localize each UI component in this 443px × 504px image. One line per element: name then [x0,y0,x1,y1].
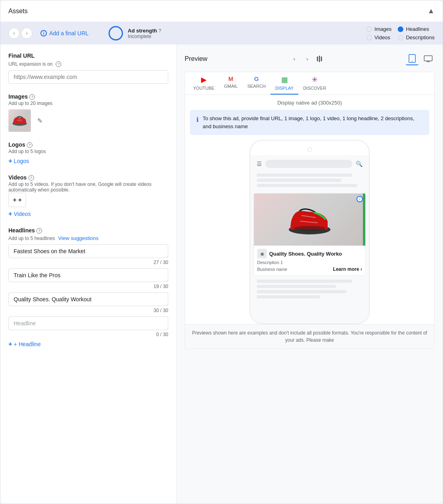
ad-description: Description 1 [257,260,362,265]
ad-strength-help[interactable]: ? [159,28,161,34]
discover-icon: ✳ [312,75,318,84]
headline-1-count: 27 / 30 [8,260,168,265]
final-url-input[interactable] [8,70,168,84]
tab-youtube[interactable]: ▶ YOUTUBE [188,72,219,95]
image-edit-icon[interactable]: ✎ [37,117,42,125]
images-radio [366,26,372,32]
ad-meta: ▣ Quality Shoes. Quality Worko [257,249,362,258]
tab-gmail[interactable]: M GMAIL [219,72,242,95]
ad-strength-label: Ad strength [128,28,157,34]
tab-discover[interactable]: ✳ DISCOVER [298,72,331,95]
nav-prev-button[interactable]: ‹ [8,28,20,39]
headline-1-input[interactable] [8,244,168,258]
content-line-6 [257,290,346,293]
add-videos-label: Videos [14,211,31,217]
stars-icon: ✦✦ [12,196,22,204]
grid-bar-1 [317,56,318,61]
hamburger-icon: ☰ [257,161,262,167]
descriptions-label: Descriptions [406,34,435,40]
display-icon: ▦ [281,75,288,84]
headlines-radio [398,26,403,32]
images-section: Images ? Add up to 20 images [8,93,168,132]
phone-mockup: ☰ 🔍 [250,140,370,324]
preview-note: Previews shown here are examples and don… [185,324,434,349]
videos-section: Videos ? Add up to 5 videos. If you don'… [8,174,168,218]
learn-more-button[interactable]: Learn more › [333,266,362,272]
images-label: Images [375,26,392,32]
headline-4-count: 0 / 30 [8,332,168,337]
add-logos-button[interactable]: + Logos [8,157,29,165]
info-box-text: To show this ad, provide final URL, 1 im… [203,115,423,130]
svg-point-2 [412,61,413,62]
headline-2-input[interactable] [8,268,168,282]
headlines-help-icon[interactable]: ? [36,228,42,234]
headlines-label: Headlines [406,26,429,32]
search-icon: G [254,75,259,82]
add-url-label: Add a final URL [49,30,89,36]
headline-2-count: 19 / 30 [8,284,168,289]
tab-search[interactable]: G SEARCH [242,72,270,95]
svg-point-5 [294,226,326,231]
collapse-icon[interactable]: ▲ [427,7,435,15]
youtube-label: YOUTUBE [193,86,214,91]
headline-3-input[interactable] [8,292,168,306]
videos-help-icon[interactable]: ? [28,175,34,181]
headline-4-wrap [8,317,168,330]
asset-descriptions: Descriptions [398,34,435,40]
url-info-icon: i [40,30,47,36]
final-url-section: Final URL URL expansion is on ? [8,52,168,84]
create-video-button[interactable]: ✦✦ [8,193,26,207]
asset-videos: Videos [366,34,392,40]
add-headline-button[interactable]: + + Headline [8,341,41,348]
ad-strength-circle [109,26,123,40]
desktop-device-icon[interactable] [422,52,435,65]
nav-next-button[interactable]: › [21,28,32,39]
ad-card: i ▣ Quality Shoes. Quality Worko Descrip… [254,193,366,276]
descriptions-radio [398,35,403,40]
search-label: SEARCH [247,84,266,89]
logos-subtitle: Add up to 5 logos [8,149,168,154]
content-line-3 [257,184,357,187]
asset-images: Images [366,26,392,32]
phone-search-icon: 🔍 [356,161,362,167]
headline-2-wrap [8,268,168,282]
content-lines-bottom [254,278,366,302]
panel-title: Assets [8,8,28,15]
headline-4-input[interactable] [8,317,168,330]
content-line-2 [257,179,341,182]
asset-headlines: Headlines [398,26,435,32]
headline-1-wrap [8,244,168,258]
add-videos-button[interactable]: + Videos [8,210,31,218]
logos-section: Logos ? Add up to 5 logos + Logos [8,141,168,165]
ad-green-bar [363,194,365,246]
phone-screen: ☰ 🔍 [250,155,369,323]
tab-display[interactable]: ▦ DISPLAY [270,72,298,95]
headlines-title: Headlines [8,227,35,234]
grid-bar-3 [321,56,322,61]
logos-title: Logos [8,141,25,148]
preview-prev-button[interactable]: ‹ [290,54,299,64]
shoe-svg [286,204,334,236]
content-line-4 [257,280,352,283]
mobile-device-icon[interactable] [406,52,419,65]
ad-info-box: ℹ To show this ad, provide final URL, 1 … [190,110,429,135]
image-thumbnail [8,109,31,132]
images-help-icon[interactable]: ? [29,94,35,100]
videos-subtitle: Add up to 5 videos. If you don't have on… [8,181,168,193]
url-expansion-help-icon[interactable]: ? [56,61,61,67]
videos-title: Videos [8,174,27,181]
headline-3-wrap [8,292,168,306]
ad-strength-status: Incomplete [128,34,161,39]
headlines-subtitle: Add up to 5 headlines [8,236,55,241]
preview-grid-button[interactable] [315,54,324,64]
view-suggestions-link[interactable]: View suggestions [58,235,99,241]
logos-help-icon[interactable]: ? [27,142,32,148]
phone-toolbar: ☰ 🔍 [254,158,366,169]
grid-bar-2 [319,56,320,62]
add-headline-plus-icon: + [8,341,12,348]
svg-rect-3 [424,56,432,61]
add-final-url-button[interactable]: i Add a final URL [40,30,89,36]
preview-next-button[interactable]: › [302,54,312,64]
headlines-section: Headlines ? Add up to 5 headlines View s… [8,227,168,348]
ad-info-badge: i [356,196,363,202]
